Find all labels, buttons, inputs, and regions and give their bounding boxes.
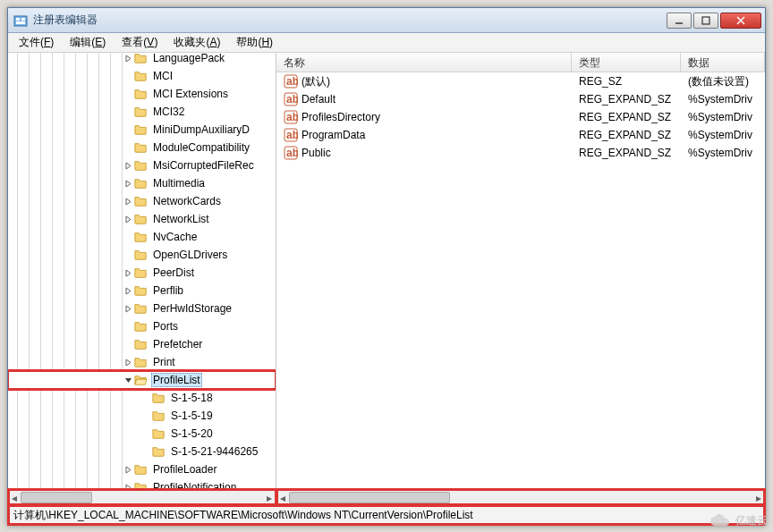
list-header[interactable]: 名称 类型 数据: [276, 53, 765, 72]
string-value-icon: [284, 110, 298, 124]
tree-node-multimedia[interactable]: Multimedia: [8, 174, 276, 192]
registry-tree[interactable]: LanguagePackMCIMCI ExtensionsMCI32MiniDu…: [8, 53, 276, 489]
expand-icon[interactable]: [123, 287, 133, 295]
tree-node-prefetcher[interactable]: Prefetcher: [8, 335, 276, 353]
tree-node-print[interactable]: Print: [8, 353, 276, 371]
tree-node-label: NetworkList: [151, 213, 211, 225]
tree-node-peerdist[interactable]: PeerDist: [8, 264, 276, 282]
value-data: %SystemDriv: [681, 111, 765, 123]
expand-icon[interactable]: [123, 269, 133, 277]
tree-node-label: PerHwIdStorage: [151, 302, 234, 315]
folder-icon: [133, 123, 148, 136]
menu-v[interactable]: 查看(V): [115, 33, 165, 52]
value-row[interactable]: (默认)REG_SZ(数值未设置): [276, 72, 765, 90]
value-type: REG_SZ: [572, 75, 681, 88]
value-row[interactable]: DefaultREG_EXPAND_SZ%SystemDriv: [276, 90, 765, 108]
value-type: REG_EXPAND_SZ: [572, 129, 681, 141]
value-name: Default: [302, 93, 336, 106]
menu-h[interactable]: 帮助(H): [229, 33, 280, 52]
tree-node-label: LanguagePack: [151, 53, 226, 64]
tree-node-profileloader[interactable]: ProfileLoader: [8, 460, 276, 478]
folder-icon: [133, 320, 148, 333]
column-header-data[interactable]: 数据: [681, 53, 765, 72]
tree-node-mci-extensions[interactable]: MCI Extensions: [8, 85, 276, 103]
values-panel: 名称 类型 数据 (默认)REG_SZ(数值未设置)DefaultREG_EXP…: [276, 53, 765, 489]
tree-node-label: MsiCorruptedFileRec: [151, 159, 256, 172]
svg-rect-1: [16, 18, 20, 21]
value-type: REG_EXPAND_SZ: [572, 147, 681, 159]
tree-node-opengldrivers[interactable]: OpenGLDrivers: [8, 246, 276, 264]
minimize-button[interactable]: [667, 13, 692, 29]
tree-node-label: Prefetcher: [151, 338, 204, 350]
tree-node-profilenotification[interactable]: ProfileNotification: [8, 478, 276, 489]
close-button[interactable]: [720, 13, 761, 29]
column-header-type[interactable]: 类型: [572, 53, 681, 72]
maximize-button[interactable]: [693, 13, 718, 29]
tree-node-mci32[interactable]: MCI32: [8, 103, 276, 121]
expand-icon[interactable]: [123, 359, 133, 367]
value-row[interactable]: PublicREG_EXPAND_SZ%SystemDriv: [276, 144, 765, 162]
menu-f[interactable]: 文件(F): [12, 33, 61, 52]
column-header-name[interactable]: 名称: [276, 53, 572, 72]
collapse-icon[interactable]: [123, 376, 133, 384]
expand-icon[interactable]: [123, 215, 133, 224]
statusbar: 计算机\HKEY_LOCAL_MACHINE\SOFTWARE\Microsof…: [8, 505, 765, 525]
folder-icon: [151, 427, 166, 440]
expand-icon[interactable]: [123, 55, 133, 63]
folder-icon: [133, 338, 148, 350]
tree-node-networkcards[interactable]: NetworkCards: [8, 192, 276, 210]
value-data: (数值未设置): [681, 74, 765, 89]
menu-e[interactable]: 编辑(E): [63, 33, 113, 52]
tree-node-label: ProfileNotification: [151, 481, 238, 489]
tree-node-msicorruptedfilerec[interactable]: MsiCorruptedFileRec: [8, 156, 276, 174]
tree-node-s-1-5-20[interactable]: S-1-5-20: [8, 425, 276, 443]
expand-icon[interactable]: [123, 180, 133, 188]
value-name: ProfilesDirectory: [302, 111, 380, 123]
value-row[interactable]: ProfilesDirectoryREG_EXPAND_SZ%SystemDri…: [276, 108, 765, 126]
string-value-icon: [284, 74, 298, 89]
tree-h-scrollbar[interactable]: ◂▸: [8, 489, 276, 505]
tree-node-label: ModuleCompatibility: [151, 141, 251, 154]
tree-node-modulecompatibility[interactable]: ModuleCompatibility: [8, 139, 276, 156]
expand-icon[interactable]: [123, 162, 133, 170]
value-row[interactable]: ProgramDataREG_EXPAND_SZ%SystemDriv: [276, 126, 765, 144]
tree-node-label: MCI: [151, 70, 174, 82]
value-data: %SystemDriv: [681, 129, 765, 141]
tree-node-label: S-1-5-21-9446265: [169, 445, 259, 458]
folder-icon: [133, 356, 148, 368]
tree-node-label: Print: [151, 356, 177, 368]
tree-node-networklist[interactable]: NetworkList: [8, 210, 276, 228]
value-name: Public: [302, 147, 331, 159]
tree-panel: LanguagePackMCIMCI ExtensionsMCI32MiniDu…: [8, 53, 276, 489]
content-area: LanguagePackMCIMCI ExtensionsMCI32MiniDu…: [8, 53, 765, 489]
folder-icon: [133, 70, 148, 82]
tree-node-s-1-5-18[interactable]: S-1-5-18: [8, 389, 276, 407]
expand-icon[interactable]: [123, 198, 133, 206]
expand-icon[interactable]: [123, 466, 133, 474]
tree-node-mci[interactable]: MCI: [8, 67, 276, 85]
tree-node-minidumpauxiliaryd[interactable]: MiniDumpAuxiliaryD: [8, 121, 276, 139]
expand-icon[interactable]: [123, 305, 133, 313]
scrollbar-thumb[interactable]: [289, 492, 450, 503]
folder-icon: [151, 410, 166, 422]
tree-node-s-1-5-21-9446265[interactable]: S-1-5-21-9446265: [8, 443, 276, 460]
tree-node-s-1-5-19[interactable]: S-1-5-19: [8, 407, 276, 425]
folder-icon: [133, 195, 148, 207]
menu-a[interactable]: 收藏夹(A): [166, 33, 227, 52]
tree-node-languagepack[interactable]: LanguagePack: [8, 53, 276, 67]
values-list[interactable]: (默认)REG_SZ(数值未设置)DefaultREG_EXPAND_SZ%Sy…: [276, 72, 765, 489]
scrollbar-thumb[interactable]: [21, 492, 92, 503]
titlebar[interactable]: 注册表编辑器: [8, 8, 765, 33]
folder-icon: [133, 266, 148, 279]
tree-node-perhwidstorage[interactable]: PerHwIdStorage: [8, 300, 276, 317]
tree-node-ports[interactable]: Ports: [8, 317, 276, 335]
value-name: (默认): [302, 74, 330, 89]
menubar: 文件(F)编辑(E)查看(V)收藏夹(A)帮助(H): [8, 33, 765, 53]
tree-node-label: OpenGLDrivers: [151, 249, 229, 261]
tree-node-profilelist[interactable]: ProfileList: [8, 371, 276, 389]
tree-node-nvcache[interactable]: NvCache: [8, 228, 276, 246]
tree-node-perflib[interactable]: Perflib: [8, 282, 276, 300]
tree-node-label: Ports: [151, 320, 180, 333]
value-type: REG_EXPAND_SZ: [572, 111, 681, 123]
list-h-scrollbar[interactable]: ◂▸: [276, 489, 765, 505]
